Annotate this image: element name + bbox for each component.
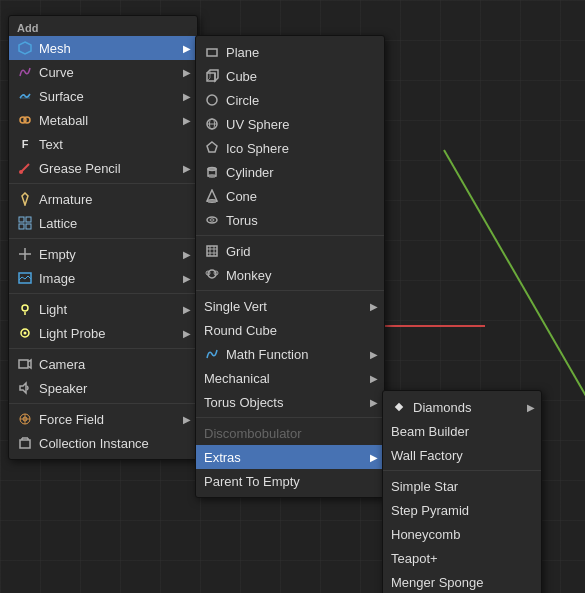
mesh-item-mechanical[interactable]: Mechanical ▶ (196, 366, 384, 390)
collection-icon (17, 435, 33, 451)
uv-sphere-icon (204, 116, 220, 132)
simple-star-label: Simple Star (391, 479, 458, 494)
cone-icon (204, 188, 220, 204)
menu-item-light-probe[interactable]: Light Probe ▶ (9, 321, 197, 345)
grease-pencil-icon (17, 160, 33, 176)
mesh-submenu: Plane Cube Circle UV Sphere Ico Sphere C… (195, 35, 385, 498)
grid-label: Grid (226, 244, 251, 259)
force-field-label: Force Field (39, 412, 104, 427)
speaker-icon (17, 380, 33, 396)
curve-arrow: ▶ (183, 67, 191, 78)
mesh-item-math-function[interactable]: Math Function ▶ (196, 342, 384, 366)
grease-pencil-arrow: ▶ (183, 163, 191, 174)
menu-item-image[interactable]: Image ▶ (9, 266, 197, 290)
force-field-arrow: ▶ (183, 414, 191, 425)
add-menu-header: Add (9, 20, 197, 36)
menu-item-light[interactable]: Light ▶ (9, 297, 197, 321)
sep5 (9, 403, 197, 404)
menu-item-grease-pencil[interactable]: Grease Pencil ▶ (9, 156, 197, 180)
mesh-icon (17, 40, 33, 56)
light-icon (17, 301, 33, 317)
plane-label: Plane (226, 45, 259, 60)
extras-item-honeycomb[interactable]: Honeycomb (383, 522, 541, 546)
cube-label: Cube (226, 69, 257, 84)
mesh-item-torus-objects[interactable]: Torus Objects ▶ (196, 390, 384, 414)
lattice-icon (17, 215, 33, 231)
svg-marker-35 (207, 142, 217, 152)
menu-item-mesh[interactable]: Mesh ▶ (9, 36, 197, 60)
mesh-item-plane[interactable]: Plane (196, 40, 384, 64)
grid-icon (204, 243, 220, 259)
svg-point-16 (24, 332, 27, 335)
camera-icon (17, 356, 33, 372)
menu-item-force-field[interactable]: Force Field ▶ (9, 407, 197, 431)
mesh-sep2 (196, 290, 384, 291)
single-vert-label: Single Vert (204, 299, 267, 314)
menu-item-armature[interactable]: Armature (9, 187, 197, 211)
mesh-item-extras[interactable]: Extras ▶ (196, 445, 384, 469)
lattice-label: Lattice (39, 216, 77, 231)
menu-item-speaker[interactable]: Speaker (9, 376, 197, 400)
mesh-item-round-cube[interactable]: Round Cube (196, 318, 384, 342)
menu-item-curve[interactable]: Curve ▶ (9, 60, 197, 84)
torus-icon (204, 212, 220, 228)
svg-point-4 (19, 170, 23, 174)
mesh-item-circle[interactable]: Circle (196, 88, 384, 112)
wall-factory-label: Wall Factory (391, 448, 463, 463)
extras-item-simple-star[interactable]: Simple Star (383, 474, 541, 498)
mesh-item-torus[interactable]: Torus (196, 208, 384, 232)
mesh-item-cone[interactable]: Cone (196, 184, 384, 208)
text-label: Text (39, 137, 63, 152)
mesh-sep3 (196, 417, 384, 418)
mesh-item-cube[interactable]: Cube (196, 64, 384, 88)
diamonds-label: Diamonds (413, 400, 472, 415)
extras-item-teapot[interactable]: Teapot+ (383, 546, 541, 570)
extras-item-beam-builder[interactable]: Beam Builder (383, 419, 541, 443)
menu-item-surface[interactable]: Surface ▶ (9, 84, 197, 108)
surface-arrow: ▶ (183, 91, 191, 102)
extras-label: Extras (204, 450, 241, 465)
mesh-item-grid[interactable]: Grid (196, 239, 384, 263)
extras-submenu: Diamonds ▶ Beam Builder Wall Factory Sim… (382, 390, 542, 593)
mesh-item-monkey[interactable]: Monkey (196, 263, 384, 287)
single-vert-arrow: ▶ (370, 301, 378, 312)
circle-icon (204, 92, 220, 108)
mesh-sep1 (196, 235, 384, 236)
extras-item-step-pyramid[interactable]: Step Pyramid (383, 498, 541, 522)
uv-sphere-label: UV Sphere (226, 117, 290, 132)
torus-label: Torus (226, 213, 258, 228)
extras-item-wall-factory[interactable]: Wall Factory (383, 443, 541, 467)
menu-item-text[interactable]: F Text (9, 132, 197, 156)
light-probe-arrow: ▶ (183, 328, 191, 339)
ico-sphere-icon (204, 140, 220, 156)
ico-sphere-label: Ico Sphere (226, 141, 289, 156)
image-icon (17, 270, 33, 286)
armature-icon (17, 191, 33, 207)
diamonds-icon (391, 399, 407, 415)
menu-item-metaball[interactable]: Metaball ▶ (9, 108, 197, 132)
menger-sponge-label: Menger Sponge (391, 575, 484, 590)
menu-item-empty[interactable]: Empty ▶ (9, 242, 197, 266)
extras-item-diamonds[interactable]: Diamonds ▶ (383, 395, 541, 419)
surface-icon (17, 88, 33, 104)
svg-rect-7 (26, 217, 31, 222)
menu-item-lattice[interactable]: Lattice (9, 211, 197, 235)
svg-marker-18 (20, 383, 26, 393)
extras-item-menger-sponge[interactable]: Menger Sponge (383, 570, 541, 593)
menu-item-camera[interactable]: Camera (9, 352, 197, 376)
mesh-item-ico-sphere[interactable]: Ico Sphere (196, 136, 384, 160)
svg-rect-23 (20, 440, 30, 448)
mesh-item-single-vert[interactable]: Single Vert ▶ (196, 294, 384, 318)
menu-item-collection-instance[interactable]: Collection Instance (9, 431, 197, 455)
cylinder-icon (204, 164, 220, 180)
light-probe-icon (17, 325, 33, 341)
mesh-item-parent-to-empty[interactable]: Parent To Empty (196, 469, 384, 493)
mesh-item-cylinder[interactable]: Cylinder (196, 160, 384, 184)
cone-label: Cone (226, 189, 257, 204)
mesh-label: Mesh (39, 41, 71, 56)
svg-marker-5 (22, 193, 28, 205)
surface-label: Surface (39, 89, 84, 104)
mesh-item-uv-sphere[interactable]: UV Sphere (196, 112, 384, 136)
light-probe-label: Light Probe (39, 326, 106, 341)
svg-rect-47 (207, 246, 217, 256)
